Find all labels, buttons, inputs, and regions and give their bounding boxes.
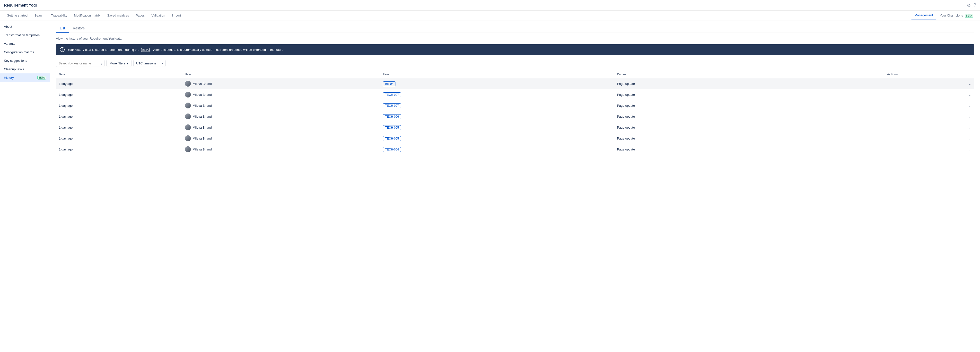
cell-user: Mileva Briand bbox=[182, 78, 380, 89]
cell-date: 1 day ago bbox=[56, 78, 182, 89]
avatar bbox=[185, 135, 191, 141]
tabs: List Restore bbox=[56, 24, 974, 33]
cell-actions: ⌄ bbox=[884, 122, 974, 133]
item-badge[interactable]: TECH-005 bbox=[383, 136, 401, 141]
nav-your-champions[interactable]: Your Champions BETA bbox=[937, 12, 976, 19]
nav-saved-matrices[interactable]: Saved matrices bbox=[104, 12, 132, 19]
more-filters-label: More filters bbox=[110, 62, 125, 65]
cell-item: TECH-005 bbox=[380, 133, 614, 144]
cell-item: TECH-004 bbox=[380, 144, 614, 155]
nav-bar: Getting started Search Traceability Modi… bbox=[0, 11, 980, 21]
user-name: Mileva Briand bbox=[193, 93, 212, 97]
item-badge[interactable]: TECH-004 bbox=[383, 147, 401, 152]
settings-icon[interactable]: ⚙ bbox=[967, 3, 971, 8]
cell-user: Mileva Briand bbox=[182, 100, 380, 111]
sidebar-cleanup-tasks-label: Cleanup tasks bbox=[4, 67, 24, 71]
search-icon: ⌕ bbox=[100, 62, 103, 65]
user-name: Mileva Briand bbox=[193, 104, 212, 107]
cell-date: 1 day ago bbox=[56, 133, 182, 144]
main-content: List Restore View the history of your Re… bbox=[50, 21, 980, 352]
nav-pages[interactable]: Pages bbox=[133, 12, 148, 19]
nav-search[interactable]: Search bbox=[31, 12, 47, 19]
table-row: 1 day ago Mileva Briand BR-04 Page updat… bbox=[56, 78, 974, 89]
cell-cause: Page update bbox=[614, 144, 884, 155]
cell-user: Mileva Briand bbox=[182, 133, 380, 144]
your-champions-beta-badge: BETA bbox=[965, 14, 973, 18]
user-name: Mileva Briand bbox=[193, 82, 212, 86]
user-cell: Mileva Briand bbox=[185, 135, 377, 141]
timezone-select-wrap: UTC timezone Local timezone bbox=[134, 60, 165, 67]
col-header-date: Date bbox=[56, 71, 182, 78]
history-table: Date User Item Cause Actions 1 day ago M… bbox=[56, 71, 974, 155]
nav-getting-started[interactable]: Getting started bbox=[4, 12, 30, 19]
sidebar-about-label: About bbox=[4, 25, 12, 29]
sidebar-key-suggestions-label: Key suggestions bbox=[4, 59, 27, 62]
sidebar-item-about[interactable]: About bbox=[0, 22, 50, 31]
nav-import[interactable]: Import bbox=[169, 12, 184, 19]
sidebar-item-key-suggestions[interactable]: Key suggestions bbox=[0, 56, 50, 65]
nav-modification-matrix[interactable]: Modification matrix bbox=[71, 12, 103, 19]
cell-cause: Page update bbox=[614, 133, 884, 144]
col-header-actions: Actions bbox=[884, 71, 974, 78]
avatar bbox=[185, 81, 191, 86]
nav-left: Getting started Search Traceability Modi… bbox=[4, 12, 912, 19]
help-icon[interactable]: ? bbox=[974, 3, 976, 8]
cell-user: Mileva Briand bbox=[182, 122, 380, 133]
expand-icon[interactable]: ⌄ bbox=[969, 115, 971, 118]
sidebar-item-transformation-templates[interactable]: Transformation templates bbox=[0, 31, 50, 39]
col-header-item: Item bbox=[380, 71, 614, 78]
avatar bbox=[185, 113, 191, 119]
item-badge[interactable]: TECH-005 bbox=[383, 125, 401, 130]
cell-cause: Page update bbox=[614, 122, 884, 133]
cell-user: Mileva Briand bbox=[182, 89, 380, 100]
cell-user: Mileva Briand bbox=[182, 111, 380, 122]
sidebar: About Transformation templates Variants … bbox=[0, 21, 50, 352]
sidebar-item-cleanup-tasks[interactable]: Cleanup tasks bbox=[0, 65, 50, 73]
tab-list[interactable]: List bbox=[56, 24, 69, 33]
cell-date: 1 day ago bbox=[56, 144, 182, 155]
banner-text-after: . After this period, it is automatically… bbox=[152, 48, 284, 51]
expand-icon[interactable]: ⌄ bbox=[969, 93, 971, 97]
cell-item: TECH-005 bbox=[380, 122, 614, 133]
cell-actions: ⌄ bbox=[884, 78, 974, 89]
sidebar-history-label: History bbox=[4, 76, 14, 80]
expand-icon[interactable]: ⌄ bbox=[969, 137, 971, 140]
history-beta-badge: BETA bbox=[37, 76, 46, 80]
sidebar-variants-label: Variants bbox=[4, 42, 15, 45]
app-title: Requirement Yogi bbox=[4, 3, 37, 8]
cell-item: BR-04 bbox=[380, 78, 614, 89]
filters-row: ⌕ More filters ▾ UTC timezone Local time… bbox=[56, 60, 974, 67]
user-name: Mileva Briand bbox=[193, 148, 212, 151]
col-header-cause: Cause bbox=[614, 71, 884, 78]
nav-management[interactable]: Management bbox=[912, 11, 936, 19]
timezone-select[interactable]: UTC timezone Local timezone bbox=[134, 60, 165, 67]
user-name: Mileva Briand bbox=[193, 115, 212, 118]
search-input[interactable] bbox=[56, 60, 105, 67]
search-input-wrap: ⌕ bbox=[56, 60, 105, 67]
table-row: 1 day ago Mileva Briand TECH-004 Page up… bbox=[56, 144, 974, 155]
cell-cause: Page update bbox=[614, 100, 884, 111]
expand-icon[interactable]: ⌄ bbox=[969, 126, 971, 129]
sidebar-item-variants[interactable]: Variants bbox=[0, 39, 50, 48]
expand-icon[interactable]: ⌄ bbox=[969, 104, 971, 107]
nav-traceability[interactable]: Traceability bbox=[48, 12, 70, 19]
user-name: Mileva Briand bbox=[193, 126, 212, 129]
expand-icon[interactable]: ⌄ bbox=[969, 148, 971, 151]
banner-text: Your history data is stored for one mont… bbox=[68, 48, 284, 51]
item-badge[interactable]: TECH-007 bbox=[383, 92, 401, 97]
item-badge[interactable]: BR-04 bbox=[383, 81, 395, 86]
user-cell: Mileva Briand bbox=[185, 113, 377, 119]
user-cell: Mileva Briand bbox=[185, 147, 377, 152]
expand-icon[interactable]: ⌄ bbox=[969, 82, 971, 86]
nav-validation[interactable]: Validation bbox=[148, 12, 168, 19]
sidebar-item-configuration-macros[interactable]: Configuration macros bbox=[0, 48, 50, 56]
more-filters-button[interactable]: More filters ▾ bbox=[107, 60, 132, 67]
avatar bbox=[185, 92, 191, 97]
item-badge[interactable]: TECH-006 bbox=[383, 114, 401, 119]
col-header-user: User bbox=[182, 71, 380, 78]
item-badge[interactable]: TECH-007 bbox=[383, 103, 401, 108]
tab-restore[interactable]: Restore bbox=[69, 24, 89, 33]
sidebar-item-history[interactable]: History BETA bbox=[0, 73, 50, 82]
cell-cause: Page update bbox=[614, 78, 884, 89]
cell-date: 1 day ago bbox=[56, 100, 182, 111]
